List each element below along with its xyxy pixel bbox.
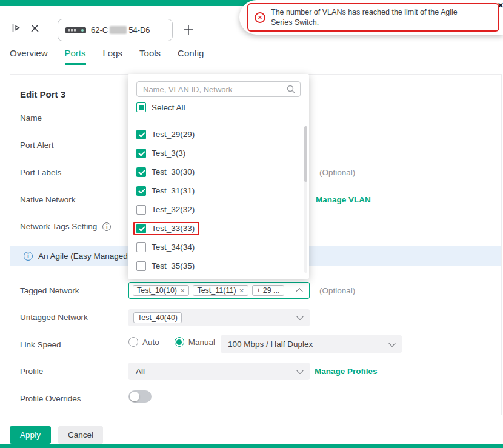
collapse-panel-icon[interactable] — [10, 21, 23, 35]
link-speed-label: Link Speed — [20, 340, 61, 349]
vlan-option-label: Test_32(32) — [152, 205, 195, 214]
vlan-search-input[interactable] — [136, 81, 301, 97]
chevron-up-icon[interactable] — [296, 288, 302, 295]
vlan-option-content: Test_30(30) — [133, 165, 199, 179]
chevron-down-icon[interactable] — [296, 313, 303, 320]
checkbox[interactable] — [136, 224, 146, 233]
vlan-option-content: Test_34(34) — [133, 241, 199, 254]
vlan-option-label: Test_29(29) — [152, 130, 195, 139]
scrollbar[interactable] — [304, 126, 307, 273]
network-chip[interactable]: Test_11(11)✕ — [193, 285, 248, 296]
chip-label: Test_40(40) — [138, 313, 178, 322]
vlan-option-label: Test_35(35) — [152, 261, 195, 270]
link-speed-select[interactable]: 100 Mbps / Half Duplex — [221, 335, 402, 353]
screen: 62-C 54-D6 OverviewPortsLogsToolsConfig … — [0, 0, 503, 448]
vlan-search — [136, 81, 301, 97]
tab-overview[interactable]: Overview — [10, 48, 48, 65]
vlan-option-label: Test_34(34) — [152, 242, 195, 252]
checkbox[interactable] — [136, 149, 146, 158]
vlan-option[interactable]: Test_3(3) — [128, 144, 309, 162]
scrollbar-thumb[interactable] — [304, 126, 307, 182]
vlan-dropdown: Select All Test_29(29)Test_3(3)Test_30(3… — [128, 74, 309, 279]
checkbox[interactable] — [136, 130, 146, 139]
vlan-option-content: Test_32(32) — [133, 203, 199, 216]
tab-ports[interactable]: Ports — [65, 48, 86, 65]
error-toast: ✕ The number of VLANs has reached the li… — [239, 0, 503, 35]
untagged-network-field[interactable]: Test_40(40) — [128, 309, 310, 326]
add-device-icon[interactable] — [181, 22, 196, 37]
profile-select[interactable]: All — [128, 363, 310, 380]
chip-label: Test_11(11) — [197, 286, 236, 295]
vlan-option-label: Test_30(30) — [152, 167, 195, 176]
info-icon: i — [24, 252, 33, 261]
vlan-list: Test_29(29)Test_3(3)Test_30(30)Test_31(3… — [128, 125, 309, 276]
chip-remove-icon[interactable]: ✕ — [180, 287, 185, 294]
error-icon: ✕ — [255, 12, 265, 23]
native-network-label: Native Network — [20, 195, 76, 204]
tabs: OverviewPortsLogsToolsConfig — [10, 48, 204, 65]
info-icon[interactable]: i — [102, 222, 111, 231]
network-chip[interactable]: + 29 ... — [252, 285, 284, 296]
link-speed-radios: Auto Manual — [128, 337, 230, 347]
checkbox[interactable] — [136, 167, 146, 177]
device-name-prefix: 62-C — [91, 25, 108, 35]
radio-circle — [128, 337, 138, 347]
vlan-option-label: Test_3(3) — [152, 149, 185, 158]
error-toast-border: ✕ The number of VLANs has reached the li… — [247, 3, 499, 32]
tagged-network-field[interactable]: Test_10(10)✕Test_11(11)✕+ 29 ... — [128, 282, 310, 299]
network-chip: Test_40(40) — [133, 312, 182, 323]
vlan-option[interactable]: Test_30(30) — [128, 162, 309, 181]
name-label: Name — [20, 113, 42, 122]
network-chip[interactable]: Test_10(10)✕ — [133, 285, 189, 296]
tab-config[interactable]: Config — [178, 48, 204, 65]
radio-auto-label: Auto — [142, 338, 159, 347]
profile-label: Profile — [20, 367, 43, 376]
toast-close-icon[interactable]: ✕ — [498, 1, 503, 10]
vlan-option[interactable]: Test_35(35) — [128, 256, 309, 275]
vlan-option[interactable]: Test_32(32) — [128, 200, 309, 219]
vlan-option-label: Test_33(33) — [152, 224, 195, 233]
cancel-button[interactable]: Cancel — [58, 426, 103, 444]
link-speed-value: 100 Mbps / Half Duplex — [228, 339, 313, 349]
vlan-option[interactable]: Test_33(33) — [128, 219, 309, 238]
search-icon — [286, 84, 296, 94]
switch-image — [65, 26, 86, 35]
device-tab[interactable]: 62-C 54-D6 — [58, 19, 173, 41]
untagged-network-label: Untagged Network — [20, 313, 88, 322]
tab-logs[interactable]: Logs — [103, 48, 123, 65]
optional-hint: (Optional) — [319, 168, 355, 177]
vlan-option[interactable]: Test_34(34) — [128, 238, 309, 256]
manage-vlan-link[interactable]: Manage VLAN — [316, 195, 371, 204]
tab-tools[interactable]: Tools — [139, 48, 161, 65]
select-all-label: Select All — [152, 103, 185, 112]
vlan-option[interactable]: Test_31(31) — [128, 181, 309, 200]
port-labels-label: Port Labels — [20, 168, 61, 177]
profile-overrides-label: Profile Overrides — [20, 394, 81, 403]
select-all-option[interactable]: Select All — [136, 102, 185, 112]
optional-hint: (Optional) — [319, 286, 355, 295]
profile-overrides-toggle[interactable] — [128, 390, 152, 403]
select-all-checkbox[interactable] — [136, 102, 146, 112]
bottom-bar — [0, 444, 503, 448]
radio-auto[interactable]: Auto — [128, 337, 159, 347]
vlan-option-content: Test_3(3) — [133, 147, 190, 160]
checkbox[interactable] — [136, 205, 146, 215]
network-tags-label-text: Network Tags Setting — [20, 222, 97, 231]
vlan-option[interactable]: Test_29(29) — [128, 125, 309, 144]
toggle-knob — [130, 392, 139, 401]
vlan-option-content: Test_31(31) — [133, 184, 199, 198]
checkbox[interactable] — [136, 261, 146, 271]
device-name: 62-C 54-D6 — [91, 25, 150, 35]
redacted-text — [110, 26, 127, 34]
device-name-suffix: 54-D6 — [128, 25, 150, 35]
apply-button[interactable]: Apply — [10, 426, 51, 444]
tabs-divider — [0, 65, 503, 65]
checkbox[interactable] — [136, 186, 146, 196]
radio-manual[interactable]: Manual — [175, 337, 215, 347]
chip-remove-icon[interactable]: ✕ — [239, 287, 244, 294]
manage-profiles-link[interactable]: Manage Profiles — [315, 367, 378, 376]
close-device-tab-icon[interactable] — [30, 24, 39, 33]
chip-label: Test_10(10) — [137, 286, 177, 295]
chip-label: + 29 ... — [256, 286, 280, 295]
checkbox[interactable] — [136, 242, 146, 252]
